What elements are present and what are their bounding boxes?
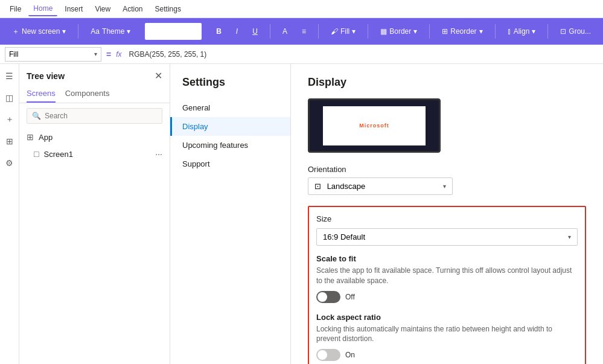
fill-button[interactable]: 🖌 Fill ▾ <box>326 25 360 38</box>
border-label: Border <box>389 27 411 36</box>
reorder-chevron: ▾ <box>479 27 483 36</box>
display-preview: Microsoft <box>308 98 441 153</box>
tab-components[interactable]: Components <box>65 85 110 103</box>
theme-button[interactable]: Aa Theme ▾ <box>86 25 135 38</box>
screen-icon: □ <box>34 149 39 159</box>
settings-nav-upcoming[interactable]: Upcoming features <box>170 136 290 155</box>
text-color-button[interactable]: A <box>278 25 292 38</box>
size-dropdown[interactable]: 16:9 Default ▾ <box>316 228 578 246</box>
ribbon-separator-3 <box>318 24 319 39</box>
formula-scope-dropdown[interactable]: Fill ▾ <box>5 47 101 62</box>
sidebar-icon-add[interactable]: ＋ <box>2 112 17 127</box>
lock-aspect-label: On <box>345 351 355 359</box>
search-icon: 🔍 <box>32 112 41 120</box>
ribbon-separator-6 <box>495 24 496 39</box>
group-label: Grou... <box>569 27 591 36</box>
tree-tabs: Screens Components <box>19 85 170 103</box>
sidebar-icon-data[interactable]: ⊞ <box>2 134 17 148</box>
sidebar-icons: ☰ ◫ ＋ ⊞ ⚙ <box>0 64 19 364</box>
formula-input[interactable]: RGBA(255, 255, 255, 1) <box>129 50 207 59</box>
scale-to-fit-title: Scale to fit <box>316 254 578 263</box>
lock-aspect-toggle[interactable] <box>316 349 340 361</box>
size-chevron-icon: ▾ <box>568 234 571 240</box>
sidebar-icon-tools[interactable]: ⚙ <box>2 156 17 170</box>
align-text-button[interactable]: ≡ <box>297 25 311 38</box>
align-text-icon: ≡ <box>302 27 306 36</box>
underline-button[interactable]: U <box>247 25 263 38</box>
screen1-more-button[interactable]: ··· <box>155 149 162 159</box>
ribbon-separator-7 <box>547 24 548 39</box>
tree-search-container: 🔍 <box>27 108 162 124</box>
display-preview-inner: Microsoft <box>323 106 426 145</box>
menu-file[interactable]: File <box>5 2 26 16</box>
main-area: ☰ ◫ ＋ ⊞ ⚙ Tree view ✕ Screens Components… <box>0 64 603 364</box>
align-chevron: ▾ <box>532 27 535 36</box>
formula-bar: Fill ▾ = fx RGBA(255, 255, 255, 1) <box>0 45 603 64</box>
orientation-chevron-icon: ▾ <box>443 183 446 190</box>
bold-button[interactable]: B <box>211 25 226 38</box>
settings-nav-support[interactable]: Support <box>170 155 290 173</box>
settings-panel: Settings General Display Upcoming featur… <box>170 64 291 364</box>
scale-to-fit-toggle-row: Off <box>316 291 578 303</box>
italic-button[interactable]: I <box>231 25 243 38</box>
scale-to-fit-desc: Scales the app to fit available space. T… <box>316 266 578 286</box>
fill-chevron: ▾ <box>352 27 356 36</box>
settings-nav-general[interactable]: General <box>170 98 290 117</box>
orientation-icon: ⊡ <box>314 182 321 191</box>
ribbon-separator-2 <box>270 24 270 39</box>
scale-to-fit-toggle[interactable] <box>316 291 340 303</box>
app-icon: ⊞ <box>27 132 34 142</box>
align-button[interactable]: ⫿ Align ▾ <box>503 25 541 38</box>
tree-panel: Tree view ✕ Screens Components 🔍 ⊞ App □… <box>19 64 170 364</box>
tree-item-screen1-label: Screen1 <box>43 150 72 159</box>
lock-aspect-toggle-row: On <box>316 349 578 361</box>
orientation-value: ⊡ Landscape <box>314 182 365 191</box>
new-screen-label: New screen <box>22 27 60 36</box>
border-button[interactable]: ▦ Border ▾ <box>375 25 422 38</box>
new-screen-icon: ＋ <box>12 27 19 37</box>
ribbon-separator-4 <box>368 24 368 39</box>
display-title: Display <box>308 76 586 89</box>
menu-home[interactable]: Home <box>28 2 57 16</box>
sidebar-icon-menu[interactable]: ☰ <box>2 69 17 83</box>
fill-label: Fill <box>340 27 349 36</box>
tree-close-button[interactable]: ✕ <box>155 70 162 81</box>
tree-item-app[interactable]: ⊞ App <box>19 129 170 145</box>
group-button[interactable]: ⊡ Grou... <box>555 25 596 38</box>
orientation-label: Orientation <box>308 165 586 174</box>
lock-aspect-knob <box>317 350 327 360</box>
align-icon: ⫿ <box>508 27 511 36</box>
scale-to-fit-label: Off <box>345 293 355 301</box>
size-label: Size <box>316 214 578 223</box>
new-screen-button[interactable]: ＋ New screen ▾ <box>7 24 71 39</box>
menu-action[interactable]: Action <box>118 2 147 16</box>
align-label: Align <box>514 27 530 36</box>
tree-item-app-label: App <box>39 133 53 142</box>
ribbon: ＋ New screen ▾ Aa Theme ▾ B I U A ≡ 🖌 Fi… <box>0 18 603 45</box>
theme-label: Theme <box>102 27 124 36</box>
search-input[interactable] <box>45 112 157 120</box>
text-color-icon: A <box>282 27 287 36</box>
lock-aspect-desc: Locking this automatically maintains the… <box>316 324 578 345</box>
orientation-dropdown[interactable]: ⊡ Landscape ▾ <box>308 177 453 195</box>
formula-fx-label: fx <box>116 50 121 59</box>
bold-icon: B <box>216 27 222 36</box>
theme-chevron: ▾ <box>127 27 130 36</box>
tab-screens[interactable]: Screens <box>27 85 56 103</box>
ribbon-separator-5 <box>429 24 430 39</box>
scale-to-fit-knob <box>317 292 327 302</box>
tree-title: Tree view <box>27 71 65 81</box>
settings-title: Settings <box>170 76 290 98</box>
sidebar-icon-layers[interactable]: ◫ <box>2 91 17 105</box>
reorder-button[interactable]: ⊞ Reorder ▾ <box>437 25 487 38</box>
settings-nav-display[interactable]: Display <box>170 117 290 136</box>
border-chevron: ▾ <box>413 27 417 36</box>
menu-insert[interactable]: Insert <box>60 2 88 16</box>
new-screen-chevron: ▾ <box>62 27 66 36</box>
italic-icon: I <box>236 27 238 36</box>
menu-settings[interactable]: Settings <box>150 2 186 16</box>
reorder-label: Reorder <box>450 27 476 36</box>
tree-item-screen1[interactable]: □ Screen1 ··· <box>19 145 170 162</box>
menu-view[interactable]: View <box>90 2 115 16</box>
canvas-area: Settings General Display Upcoming featur… <box>170 64 603 364</box>
